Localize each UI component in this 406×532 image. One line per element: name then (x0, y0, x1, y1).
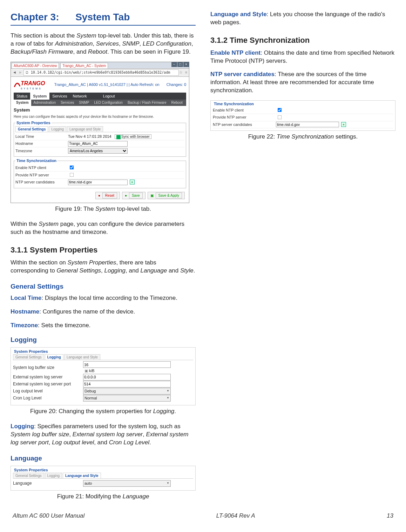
panel-legend: System Properties (13, 349, 49, 354)
subnav-services[interactable]: Services (58, 100, 76, 106)
log-output-level-label: Log output level (13, 388, 83, 394)
enable-ntp-desc: Enable NTP client: Obtains the date and … (210, 49, 395, 65)
panel-legend: System Properties (13, 467, 49, 473)
enable-ntp-checkbox[interactable] (70, 166, 74, 170)
figure-21-panel: System Properties General Settings Loggi… (11, 466, 196, 491)
address-bar[interactable]: 🗋 10.14.0.182/cgi-bin/web/;stok=e9b6e0fc… (23, 69, 179, 76)
buffer-size-input[interactable] (83, 361, 171, 368)
enable-ntp-label: Enable NTP client (15, 165, 68, 170)
browser-tab[interactable]: Trango_Altum_AC - System (60, 63, 108, 69)
star-icon[interactable]: ☆ (179, 70, 183, 75)
tab-logging[interactable]: Logging (45, 473, 62, 479)
system-properties-legend: System Properties (15, 120, 52, 126)
nav-logout[interactable]: Logout (100, 93, 118, 100)
footer-center: LT-9064 Rev A (216, 512, 255, 520)
ntp-candidate-input[interactable] (68, 180, 128, 185)
intro-paragraph-2: Within the System page, you can configur… (11, 220, 196, 236)
subnav-led[interactable]: LED Configuration (92, 100, 125, 106)
sync-with-browser-button[interactable]: Sync with browser (115, 134, 151, 139)
subnav-system[interactable]: System (14, 100, 31, 106)
ext-log-server-label: External system log server (13, 374, 83, 380)
hostname-label: Hostname (15, 141, 68, 146)
language-style-desc: Language and Style: Lets you choose the … (210, 11, 395, 27)
nav-services[interactable]: Services (49, 93, 70, 100)
figure-19-mock-browser: AltumAC600-AP - Overview Trango_Altum_AC… (11, 62, 189, 203)
provide-ntp-label: Provide NTP server (15, 173, 68, 178)
nav-status[interactable]: Status (14, 93, 30, 100)
local-time-desc: Local Time: Displays the local time acco… (11, 294, 196, 302)
heading-general-settings: General Settings (11, 282, 196, 291)
figure-19-caption: Figure 19: The System top-level tab. (11, 205, 196, 213)
subnav-snmp[interactable]: SNMP (76, 100, 92, 106)
timezone-desc: Timezone: Sets the timezone. (11, 322, 196, 330)
tab-logging[interactable]: Logging (45, 354, 63, 360)
ntp-candidate-input[interactable] (276, 122, 339, 127)
ext-log-server-input[interactable] (83, 374, 171, 381)
local-time-label: Local Time (15, 134, 68, 139)
heading-312: 3.1.2 Time Synchronization (210, 35, 395, 46)
tab-general-settings[interactable]: General Settings (13, 354, 44, 360)
enable-ntp-label: Enable NTP client (213, 108, 276, 113)
timezone-label: Timezone (15, 148, 68, 154)
ext-log-port-label: External system log server port (13, 381, 83, 387)
heading-311: 3.1.1 System Properties (11, 245, 196, 255)
nav-system[interactable]: System (30, 93, 49, 100)
provide-ntp-checkbox[interactable] (70, 173, 74, 177)
window-buttons: − □ × (171, 62, 189, 69)
close-icon[interactable]: × (183, 62, 189, 67)
language-select[interactable]: auto (83, 480, 171, 487)
save-button[interactable]: ● Save (122, 192, 146, 200)
intro-paragraph-1: This section is about the System top-lev… (11, 32, 196, 56)
provide-ntp-label: Provide NTP server (213, 115, 276, 120)
tab-language-style[interactable]: Language and Style (64, 354, 100, 360)
ntp-candidates-label: NTP server candidates (15, 180, 68, 185)
logging-desc: Logging: Specifies parameters used for t… (11, 423, 196, 447)
tab-logging[interactable]: Logging (49, 126, 66, 132)
provide-ntp-checkbox[interactable] (278, 115, 282, 120)
save-apply-button[interactable]: ▣ Save & Apply (148, 192, 185, 200)
enable-ntp-checkbox[interactable] (278, 108, 282, 112)
add-icon[interactable]: + (341, 122, 346, 127)
footer-left: Altum AC 600 User Manual (13, 512, 84, 520)
figure-22-caption: Figure 22: Time Synchronization settings… (210, 133, 395, 141)
subnav-admin[interactable]: Administration (31, 100, 58, 106)
tab-general-settings[interactable]: General Settings (13, 473, 44, 479)
buffer-size-label: System log buffer size (13, 365, 83, 370)
forward-icon[interactable]: ► (18, 70, 23, 75)
timezone-select[interactable]: America/Los Angeles (68, 148, 128, 154)
minimize-icon[interactable]: − (171, 62, 177, 67)
tab-language-style[interactable]: Language and Style (67, 126, 103, 132)
back-icon[interactable]: ◄ (12, 70, 18, 75)
changes-count[interactable]: Changes: 0 (167, 82, 186, 87)
add-icon[interactable]: + (130, 180, 135, 184)
subnav-backup[interactable]: Backup / Flash Firmware (125, 100, 169, 106)
figure-21-caption: Figure 21: Modifying the Language (11, 493, 196, 501)
local-time-value: Tue Nov 4 17:01:28 2014 (68, 134, 111, 139)
kib-unit: kiB (84, 368, 94, 373)
heading-logging: Logging (11, 335, 196, 344)
time-sync-legend: Time Synchronization (15, 158, 57, 163)
chapter-title: System Tab (75, 12, 130, 22)
logo-swoosh-icon (14, 81, 21, 88)
reset-button[interactable]: ● Reset (95, 192, 120, 200)
ext-log-port-input[interactable] (83, 381, 171, 388)
time-sync-legend: Time Synchronization (213, 101, 255, 107)
footer-right: 13 (387, 512, 393, 520)
maximize-icon[interactable]: □ (177, 62, 183, 67)
menu-icon[interactable]: ≡ (184, 70, 188, 75)
cron-log-level-label: Cron Log Level (13, 395, 83, 401)
browser-tab[interactable]: AltumAC600-AP - Overview (12, 63, 59, 69)
tab-language-style[interactable]: Language and Style (63, 473, 101, 479)
log-output-select[interactable]: Debug (83, 388, 171, 395)
figure-20-caption: Figure 20: Changing the system propertie… (11, 408, 196, 416)
logo-text: TRANGO (21, 80, 45, 87)
cron-log-select[interactable]: Normal (83, 395, 171, 402)
hostname-input[interactable] (68, 141, 128, 147)
subnav-reboot[interactable]: Reboot (169, 100, 185, 106)
chapter-label: Chapter 3: (11, 12, 59, 22)
page-title: System (14, 107, 186, 113)
paragraph-sys-props: Within the section on System Properties,… (11, 259, 196, 275)
tab-general-settings[interactable]: General Settings (15, 126, 48, 132)
hostname-desc: Hostname: Configures the name of the dev… (11, 308, 196, 316)
nav-network[interactable]: Network (70, 93, 90, 100)
